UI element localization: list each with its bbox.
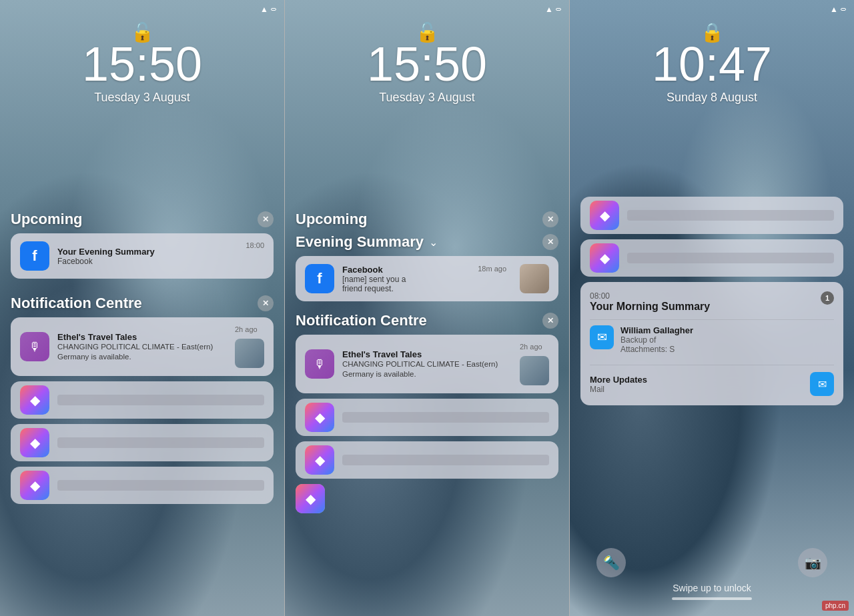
shortcuts-content-3b (627, 253, 834, 263)
facebook-notif-time-1: 18:00 (246, 241, 264, 249)
time-2: 15:50 (285, 40, 569, 88)
notifications-2: Upcoming ✕ Evening Summary ⌄ ✕ f Faceboo… (285, 200, 569, 519)
status-icons-1: ▲ (260, 5, 276, 14)
notif-centre-close-1[interactable]: ✕ (258, 295, 274, 311)
shortcuts-blurred-2a[interactable]: ◆ (296, 399, 558, 436)
evening-summary-label-2[interactable]: Evening Summary ⌄ (296, 233, 438, 251)
podcasts-notif-1[interactable]: 🎙 Ethel's Travel Tales CHANGING POLITICA… (11, 317, 274, 376)
notif-centre-close-2[interactable]: ✕ (542, 313, 558, 329)
morning-title-3: Your Morning Summary (590, 301, 710, 313)
status-bar-3: ▲ (570, 0, 854, 19)
time-display-3: 10:47 Sunday 8 August (570, 40, 854, 105)
evening-close-2[interactable]: ✕ (542, 234, 558, 250)
watermark: php.cn (822, 601, 849, 611)
flashlight-icon-3[interactable]: 🔦 (596, 548, 626, 577)
evening-summary-title-2: Evening Summary (296, 233, 424, 251)
podcasts-thumbnail-1 (235, 339, 264, 368)
phone-screen-1: ▲ 🔓 15:50 Tuesday 3 August Upcoming ✕ f … (0, 0, 284, 616)
bottom-partial-2: ◆ (296, 484, 558, 519)
shortcuts-blurred-1c[interactable]: ◆ (11, 467, 274, 504)
shortcuts-content-3a (627, 210, 834, 221)
morning-time-3: 08:00 (590, 291, 710, 301)
podcasts-title-2: Ethel's Travel Tales (342, 349, 512, 359)
time-display-1: 15:50 Tuesday 3 August (0, 40, 284, 105)
divider-2 (569, 0, 570, 616)
shortcuts-blurred-1b[interactable]: ◆ (11, 424, 274, 461)
chevron-down-icon-2: ⌄ (429, 236, 438, 249)
morning-badge-3: 1 (821, 291, 834, 305)
upcoming-header-1: Upcoming ✕ (11, 211, 274, 228)
shortcuts-blurred-3a[interactable]: ◆ (580, 197, 843, 234)
wifi-icon-3: ▲ (830, 5, 838, 14)
more-updates-left-3: More Updates Mail (590, 375, 647, 394)
status-bar-2: ▲ (285, 0, 569, 19)
bottom-partial-icon-2: ◆ (296, 484, 325, 513)
shortcuts-icon-3a: ◆ (590, 201, 619, 230)
date-3: Sunday 8 August (570, 91, 854, 105)
wifi-icon-2: ▲ (545, 5, 553, 14)
morning-summary-title-area-3: 08:00 Your Morning Summary (590, 291, 710, 313)
podcasts-notif-2[interactable]: 🎙 Ethel's Travel Tales CHANGING POLITICA… (296, 335, 558, 393)
facebook-icon-1: f (20, 241, 49, 271)
shortcuts-content-1a (57, 395, 264, 405)
divider-1 (284, 0, 285, 616)
evening-summary-header-2: Evening Summary ⌄ ✕ (296, 233, 558, 251)
upcoming-close-1[interactable]: ✕ (258, 211, 274, 227)
facebook-notif-content-1: Your Evening Summary Facebook (57, 247, 238, 266)
shortcuts-icon-3b: ◆ (590, 243, 619, 273)
time-display-2: 15:50 Tuesday 3 August (285, 40, 569, 105)
morning-mail-item-3[interactable]: ✉ William Gallagher Backup of Attachment… (590, 319, 834, 359)
time-1: 15:50 (0, 40, 284, 88)
morning-summary-card-3[interactable]: 08:00 Your Morning Summary 1 ✉ William G… (580, 282, 843, 405)
upcoming-close-2[interactable]: ✕ (542, 211, 558, 227)
podcasts-content-1: Ethel's Travel Tales CHANGING POLITICAL … (57, 332, 227, 362)
podcasts-title-1: Ethel's Travel Tales (57, 332, 227, 342)
podcasts-time-1: 2h ago (235, 325, 258, 333)
notifications-3: ◆ ◆ 08:00 Your Morning Summary 1 ✉ Willi… (570, 197, 854, 411)
facebook-expanded-thumbnail-2 (520, 264, 549, 293)
shortcuts-icon-2b: ◆ (305, 445, 334, 475)
shortcuts-content-2a (342, 412, 549, 423)
shortcuts-icon-2a: ◆ (305, 403, 334, 432)
podcasts-time-2: 2h ago (520, 343, 542, 351)
morning-mail-detail-3: Attachments: S (620, 345, 834, 354)
morning-mail-sender-3: William Gallagher (620, 325, 834, 335)
mail-icon-updates-3: ✉ (810, 372, 834, 396)
facebook-notif-title-1: Your Evening Summary (57, 247, 238, 257)
shortcuts-blurred-2b[interactable]: ◆ (296, 441, 558, 479)
swipe-text-3: Swipe up to unlock (596, 583, 827, 593)
facebook-expanded-notif-2[interactable]: f Facebook 18m ago [name] sent you a fri… (296, 256, 558, 301)
shortcuts-content-2b (342, 455, 549, 465)
notifications-1: Upcoming ✕ f Your Evening Summary Facebo… (0, 200, 284, 509)
facebook-notif-sub-1: Facebook (57, 257, 238, 266)
shortcuts-blurred-1a[interactable]: ◆ (11, 381, 274, 419)
podcasts-icon-1: 🎙 (20, 332, 49, 361)
time-3: 10:47 (570, 40, 854, 88)
podcasts-thumbnail-2 (520, 356, 549, 385)
notif-centre-header-2: Notification Centre ✕ (296, 312, 558, 329)
shortcuts-blurred-3b[interactable]: ◆ (580, 239, 843, 277)
facebook-expanded-content-2: Facebook 18m ago [name] sent you a frien… (342, 265, 506, 293)
shortcuts-icon-1a: ◆ (20, 385, 49, 415)
podcasts-sub-1: CHANGING POLITICAL CLIMATE - East(ern) G… (57, 342, 227, 362)
date-2: Tuesday 3 August (285, 91, 569, 105)
more-updates-app-3: Mail (590, 385, 647, 394)
facebook-icon-2: f (305, 264, 334, 293)
battery-icon-2 (556, 8, 561, 11)
notif-centre-title-1: Notification Centre (11, 295, 142, 312)
shortcuts-content-1c (57, 480, 264, 491)
bottom-actions-3: 🔦 📷 (596, 548, 827, 577)
morning-summary-header-3: 08:00 Your Morning Summary 1 (590, 291, 834, 313)
phone-screen-3: ▲ 🔒 10:47 Sunday 8 August ◆ ◆ 08:00 Your… (570, 0, 854, 616)
battery-icon-1 (271, 8, 276, 11)
facebook-expanded-time-2: 18m ago (478, 265, 506, 273)
camera-icon-3[interactable]: 📷 (798, 548, 827, 577)
home-indicator-3 (672, 597, 752, 600)
phone-screen-2: ▲ 🔓 15:50 Tuesday 3 August Upcoming ✕ Ev… (285, 0, 569, 616)
upcoming-title-1: Upcoming (11, 211, 83, 228)
bottom-bar-3: 🔦 📷 Swipe up to unlock (570, 537, 854, 616)
facebook-notif-1[interactable]: f Your Evening Summary Facebook 18:00 (11, 233, 274, 279)
status-bar-1: ▲ (0, 0, 284, 19)
podcasts-icon-2: 🎙 (305, 349, 334, 379)
facebook-expanded-header-2: Facebook 18m ago (342, 265, 506, 275)
